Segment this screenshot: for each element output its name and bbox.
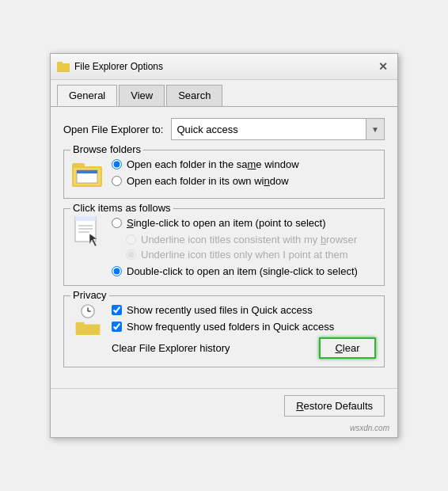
browse-folders-title: Browse folders xyxy=(70,143,143,155)
checkbox-recent-files-input[interactable] xyxy=(112,305,122,315)
tab-general[interactable]: General xyxy=(57,85,117,106)
clear-button[interactable]: Clear xyxy=(319,337,376,359)
click-items-content: Single-click to open an item (point to s… xyxy=(72,217,376,277)
radio-same-window[interactable]: Open each folder in the same window xyxy=(112,158,299,170)
radio-underline-browser: Underline icon titles consistent with my… xyxy=(126,234,376,246)
cursor-icon xyxy=(74,216,102,249)
radio-double-click-input[interactable] xyxy=(112,266,122,276)
svg-rect-6 xyxy=(77,170,97,173)
radio-single-click-label: Single-click to open an item (point to s… xyxy=(127,217,325,229)
browse-folders-options: Open each folder in the same window Open… xyxy=(112,158,299,187)
open-to-select-wrapper: Quick access This PC ▼ xyxy=(171,118,385,140)
watermark-text: wsxdn.com xyxy=(350,424,389,432)
close-button[interactable]: ✕ xyxy=(375,59,391,74)
svg-rect-1 xyxy=(57,62,63,65)
tabs-bar: General View Search xyxy=(51,80,397,107)
privacy-icon xyxy=(72,304,104,336)
browse-folders-content: Open each folder in the same window Open… xyxy=(72,158,376,190)
radio-underline-point-label: Underline icon titles only when I point … xyxy=(141,249,348,261)
tab-view[interactable]: View xyxy=(119,85,165,106)
radio-double-click-label: Double-click to open an item (single-cli… xyxy=(127,265,358,277)
radio-underline-point: Underline icon titles only when I point … xyxy=(126,249,376,261)
click-items-title: Click items as follows xyxy=(70,202,173,214)
single-click-suboptions: Underline icon titles consistent with my… xyxy=(126,234,376,261)
radio-same-window-label: Open each folder in the same window xyxy=(127,158,299,170)
clear-history-row: Clear File Explorer history Clear xyxy=(112,337,376,359)
folder-icon xyxy=(72,160,104,188)
restore-defaults-button[interactable]: Restore Defaults xyxy=(284,395,385,417)
radio-own-window[interactable]: Open each folder in its own window xyxy=(112,175,299,187)
window-title: File Explorer Options xyxy=(74,61,163,72)
watermark-row: wsxdn.com xyxy=(51,424,397,437)
browse-folders-group: Browse folders Open e xyxy=(63,150,385,199)
radio-underline-browser-label: Underline icon titles consistent with my… xyxy=(141,234,357,246)
radio-own-window-input[interactable] xyxy=(112,176,122,186)
browse-folders-icon xyxy=(72,158,104,190)
folder-small-icon xyxy=(73,320,103,336)
main-content: Open File Explorer to: Quick access This… xyxy=(51,107,397,388)
select-arrow-icon: ▼ xyxy=(366,119,384,139)
radio-underline-browser-input xyxy=(126,234,136,245)
checkbox-recent-files-label: Show recently used files in Quick access xyxy=(127,304,313,316)
checkbox-frequent-folders-input[interactable] xyxy=(112,322,122,332)
radio-own-window-label: Open each folder in its own window xyxy=(127,175,289,187)
open-to-select[interactable]: Quick access This PC xyxy=(172,121,366,138)
open-to-label: Open File Explorer to: xyxy=(63,124,163,135)
checkbox-frequent-folders-label: Show frequently used folders in Quick ac… xyxy=(127,321,334,333)
privacy-title: Privacy xyxy=(70,289,109,301)
tab-search[interactable]: Search xyxy=(166,85,222,106)
open-to-row: Open File Explorer to: Quick access This… xyxy=(63,118,385,140)
title-bar-left: File Explorer Options xyxy=(57,60,163,73)
window-icon xyxy=(57,60,70,73)
privacy-checkboxes-container: Show recently used files in Quick access… xyxy=(112,304,376,359)
file-explorer-options-dialog: File Explorer Options ✕ General View Sea… xyxy=(50,53,398,438)
title-bar: File Explorer Options ✕ xyxy=(51,54,397,80)
privacy-content: Show recently used files in Quick access… xyxy=(72,304,376,359)
radio-underline-point-input xyxy=(126,249,136,260)
clock-icon xyxy=(73,304,103,318)
radio-single-click-input[interactable] xyxy=(112,218,122,228)
radio-single-click[interactable]: Single-click to open an item (point to s… xyxy=(112,217,376,229)
click-items-options: Single-click to open an item (point to s… xyxy=(112,217,376,277)
radio-same-window-input[interactable] xyxy=(112,159,122,169)
bottom-bar: Restore Defaults xyxy=(51,388,397,424)
radio-double-click[interactable]: Double-click to open an item (single-cli… xyxy=(112,265,376,277)
privacy-group: Privacy Show recently xyxy=(63,295,385,367)
checkbox-recent-files[interactable]: Show recently used files in Quick access xyxy=(112,304,376,316)
click-items-icon xyxy=(72,217,104,249)
svg-rect-8 xyxy=(75,216,96,221)
svg-rect-17 xyxy=(76,322,85,326)
click-items-group: Click items as follows xyxy=(63,208,385,286)
checkbox-frequent-folders[interactable]: Show frequently used folders in Quick ac… xyxy=(112,321,376,333)
clear-history-label: Clear File Explorer history xyxy=(112,342,230,354)
